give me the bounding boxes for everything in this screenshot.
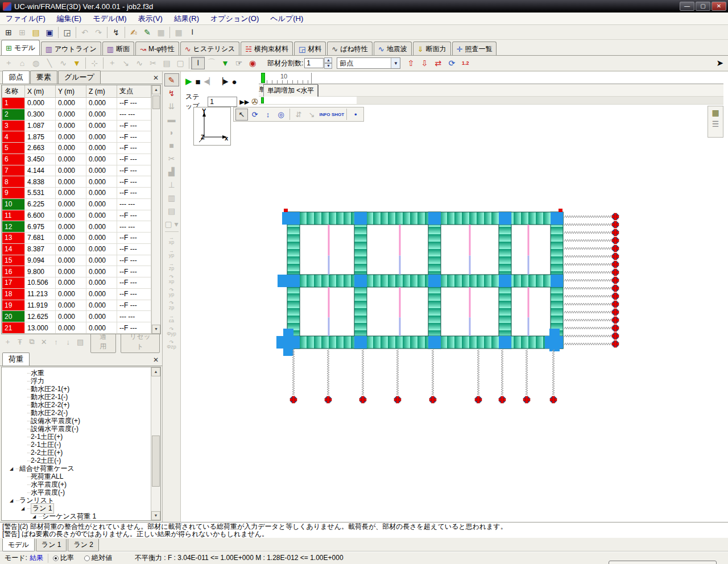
menu-item-0[interactable]: ファイル(F) [0,13,51,25]
rot-zp-icon[interactable]: ↷zp [164,298,179,312]
column-header[interactable]: Z (m) [86,85,117,98]
ibeam-mode-icon[interactable]: Ｉ [191,57,205,69]
table-row[interactable]: 95.5310.0000.000--F --- [2,188,151,199]
tab-9[interactable]: ⇓断面力 [413,42,451,55]
run-tab-1[interactable]: ラン 1 [36,539,67,551]
add-support-icon[interactable]: ⌂ [15,57,29,69]
load-tree-scrollbar[interactable]: ▲ ▼ [151,367,160,520]
add-model-icon[interactable]: ⊞ [15,26,29,39]
menu-item-4[interactable]: 結果(R) [168,13,205,25]
division-spinner[interactable]: ▲▼ [324,57,332,69]
merge-node-icon[interactable]: ＋ [105,57,119,69]
copy-row-icon[interactable]: ⧉ [26,336,37,347]
column-header[interactable]: Y (m) [56,85,86,98]
delete-row-icon[interactable]: ✕ [39,336,49,347]
tab-5[interactable]: ☵横拘束材料 [241,42,293,55]
table-row[interactable]: 1811.2130.0000.000--F --- [2,288,151,300]
node-panel-tab-1[interactable]: 要素 [30,70,57,84]
move-up-icon[interactable]: ↑ [51,336,61,347]
tab-load[interactable]: 荷重 [2,353,30,366]
tab-1[interactable]: ▥アウトライン [41,42,101,55]
node-panel-tab-2[interactable]: グループ [58,70,101,84]
spring-edit-icon[interactable]: ∿ [133,57,146,69]
table-row[interactable]: 137.6810.0000.000--F --- [2,233,151,244]
tab-10[interactable]: ✛照査一覧 [452,42,497,55]
load-tree-item-10[interactable]: ···2-2土圧(+) [5,449,151,457]
disp-yp-icon[interactable]: →yp [164,246,179,259]
tab-7[interactable]: ∿ばね特性 [327,42,372,55]
numbering-icon[interactable]: 1.2 [458,57,472,69]
filter-icon[interactable]: ▤ [75,336,85,347]
help-mode-icon[interactable]: ◉ [246,57,259,69]
table-row[interactable]: 2113.0000.0000.000--F --- [2,322,151,334]
add-spring-icon[interactable]: ∿ [56,57,70,69]
calculator-icon[interactable]: ▦ [172,26,185,39]
undo-icon[interactable]: ↶ [78,26,92,39]
partial-report-button[interactable] [609,561,717,564]
load-tree-item-8[interactable]: ···2-1土圧(+) [5,433,151,441]
add-row-icon[interactable]: ＋ [2,336,13,347]
cut-view-icon[interactable]: ✂ [164,152,179,165]
table-row[interactable]: 20.3000.0000.000--- --- [2,109,151,120]
load-tree-item-12[interactable]: ◢···組合せ荷重ケース [5,465,151,472]
model-canvas[interactable]: ▶ ■ ◀▏ ▕▶ ● ステップ ▶▶ ✇ 10 単 [181,72,728,522]
table-row[interactable]: 84.8380.0000.000--F --- [2,176,151,188]
load-tree-item-4[interactable]: ···動水圧2-2(+) [5,401,151,409]
table-row[interactable]: 126.9750.0000.000--- --- [2,221,151,233]
load-tree-item-3[interactable]: ···動水圧2-1(-) [5,393,151,401]
distributed-load-icon[interactable]: ▬ [164,113,179,126]
curv-yp-icon[interactable]: ↷Φyp [164,325,179,338]
tab-0[interactable]: ⊞モデル [1,40,40,55]
export-down-icon[interactable]: ⇩ [417,57,431,69]
tab-4[interactable]: ∿ヒステリシス [180,42,240,55]
run-tab-0[interactable]: モデル [2,538,35,551]
chart2-view-icon[interactable]: ▤ [164,204,179,217]
section-edit-icon[interactable]: Ｉ [185,26,199,39]
split-member-icon[interactable]: ↘ [119,57,133,69]
table-row[interactable]: 148.3870.0000.000--F --- [2,243,151,255]
edit-table-icon[interactable]: ✎ [140,26,154,39]
refresh-icon[interactable]: ⟳ [445,57,458,69]
menu-item-6[interactable]: ヘルプ(H) [264,13,309,25]
tab-8[interactable]: ∿地震波 [374,42,412,55]
stamp-icon[interactable]: ▦ [154,26,168,39]
table-row[interactable]: 31.0870.0000.000--F --- [2,120,151,131]
table-row[interactable]: 106.2250.0000.000--- --- [2,198,151,210]
table-row[interactable]: 52.6630.0000.000--F --- [2,143,151,154]
close-icon[interactable]: ✕ [153,74,159,82]
table-row[interactable]: 1710.5060.0000.000--F --- [2,277,151,289]
tab-3[interactable]: ↝M-φ特性 [135,42,179,55]
scroll-down-icon[interactable]: ▼ [151,511,160,520]
pointer-jump-icon[interactable]: ➤ [716,58,723,68]
column-header[interactable]: 名称 [2,85,25,98]
support-view-icon[interactable]: ⊥ [164,178,179,191]
menu-item-3[interactable]: 表示(V) [133,13,168,25]
select-add-icon[interactable]: ⊹ [88,57,101,69]
edit-load-icon[interactable]: ✍ [127,26,140,39]
load-tree-item-18[interactable]: ◢···シーケンス荷重 1 [5,512,151,520]
load-tree-item-9[interactable]: ···2-1土圧(-) [5,441,151,449]
disp-zp-icon[interactable]: →zp [164,259,179,272]
draw-mode-icon[interactable]: ✎ [164,73,179,86]
table-row[interactable]: 116.6000.0000.000--F --- [2,210,151,221]
insert-row-icon[interactable]: Ŧ [14,336,25,347]
redo-icon[interactable]: ↷ [92,26,105,39]
import-up-icon[interactable]: ⇧ [404,57,417,69]
load-tree-item-16[interactable]: ◢···ランリスト [5,496,151,504]
table-row[interactable]: 169.8000.0000.000--F --- [2,266,151,277]
table-row[interactable]: 74.1440.0000.000--F --- [2,165,151,176]
column-header[interactable]: 支点 [117,85,151,98]
menu-item-2[interactable]: モデル(M) [87,13,132,25]
strain-icon[interactable]: →εa [164,312,179,325]
absolute-radio[interactable]: 絶対値 [84,553,112,563]
table-row[interactable]: 1911.9190.0000.000--F --- [2,300,151,311]
add-node-icon[interactable]: ＋ [2,57,15,69]
minimize-button[interactable]: — [680,2,694,11]
delete-element-icon[interactable]: ✂ [146,57,160,69]
open-file-icon[interactable]: ▤ [29,26,43,39]
structure-model[interactable] [181,72,728,522]
cursor-info-icon[interactable]: ☞ [232,57,246,69]
tab-6[interactable]: ◲材料 [294,42,326,55]
scroll-up-icon[interactable]: ▲ [152,85,160,94]
target-select[interactable]: 節点 ▼ [337,57,400,69]
